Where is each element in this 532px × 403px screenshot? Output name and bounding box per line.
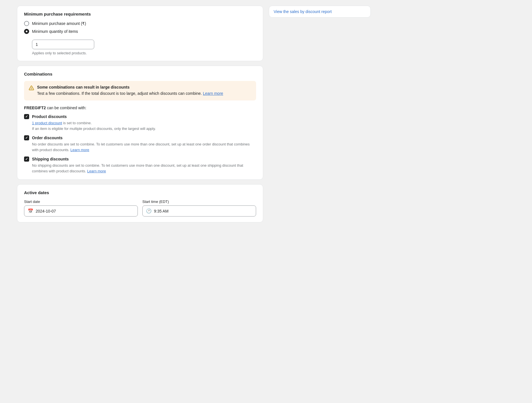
checkbox-product-label: Product discounts [32,114,67,119]
side-column: View the sales by discount report [269,6,371,222]
checkbox-item-product: ✓ Product discounts 1 product discount i… [24,114,256,131]
active-dates-card: Active dates Start date 📅 2024-10-07 Sta… [17,184,263,222]
checkbox-header-order: ✓ Order discounts [24,135,256,140]
checkbox-shipping-label: Shipping discounts [32,157,69,161]
radio-quantity-label: Minimum quantity of items [32,29,78,34]
checkbox-product-description: 1 product discount is set to combine. If… [32,120,256,131]
checkmark-shipping: ✓ [25,157,28,161]
active-dates-title: Active dates [24,190,256,195]
checkbox-product[interactable]: ✓ [24,114,29,119]
combinations-checkbox-group: ✓ Product discounts 1 product discount i… [24,114,256,174]
shipping-discount-text: No shipping discounts are set to combine… [32,163,243,173]
start-date-input-wrapper[interactable]: 📅 2024-10-07 [24,205,138,216]
sales-by-discount-report-link[interactable]: View the sales by discount report [269,6,371,18]
start-time-value: 9:35 AM [154,209,168,213]
radio-amount[interactable] [24,21,29,26]
combinations-card: Combinations ! Some combinations can res… [17,66,263,180]
checkbox-header-shipping: ✓ Shipping discounts [24,157,256,162]
warning-content: Some combinations can result in large di… [37,85,223,97]
product-discount-after-link: is set to combine. [62,121,92,125]
start-time-input-wrapper[interactable]: 🕐 9:35 AM [142,205,256,216]
checkbox-order-description: No order discounts are set to combine. T… [32,142,256,153]
checkbox-header-product: ✓ Product discounts [24,114,256,119]
quantity-helper-text: Applies only to selected products. [32,51,256,55]
start-date-label: Start date [24,200,138,204]
start-date-value: 2024-10-07 [36,209,56,213]
checkbox-item-shipping: ✓ Shipping discounts No shipping discoun… [24,157,256,174]
clock-icon: 🕐 [146,208,152,214]
combinations-warning-banner: ! Some combinations can result in large … [24,81,256,100]
product-discount-link[interactable]: 1 product discount [32,121,62,125]
discount-name: FREEGIFT2 [24,106,46,110]
radio-item-amount[interactable]: Minimum purchase amount (₹) [24,21,256,26]
dates-row: Start date 📅 2024-10-07 Start time (EDT)… [24,200,256,216]
warning-title: Some combinations can result in large di… [37,85,223,89]
quantity-input-wrapper: Applies only to selected products. [32,40,256,55]
checkbox-item-order: ✓ Order discounts No order discounts are… [24,135,256,153]
start-time-label: Start time (EDT) [142,200,256,204]
checkbox-shipping-description: No shipping discounts are set to combine… [32,163,256,174]
order-discount-learn-more[interactable]: Learn more [70,148,89,152]
checkbox-order-label: Order discounts [32,136,63,140]
radio-quantity[interactable] [24,29,29,34]
calendar-icon: 📅 [28,208,33,214]
combinations-title: Combinations [24,72,256,76]
minimum-purchase-radio-group: Minimum purchase amount (₹) Minimum quan… [24,21,256,55]
radio-amount-label: Minimum purchase amount (₹) [32,21,86,26]
order-discount-text: No order discounts are set to combine. T… [32,142,250,152]
radio-item-quantity[interactable]: Minimum quantity of items [24,29,256,34]
warning-icon: ! [29,85,34,91]
checkbox-shipping[interactable]: ✓ [24,157,29,162]
start-time-field: Start time (EDT) 🕐 9:35 AM [142,200,256,216]
combinations-intro-can: can be combined with: [47,106,86,110]
combinations-intro: FREEGIFT2 can be combined with: [24,106,256,110]
minimum-purchase-card: Minimum purchase requirements Minimum pu… [17,6,263,61]
product-discount-second-line: If an item is eligible for multiple prod… [32,127,156,131]
start-date-field: Start date 📅 2024-10-07 [24,200,138,216]
quantity-input[interactable] [32,40,94,49]
warning-learn-more-link[interactable]: Learn more [203,91,223,96]
checkbox-order[interactable]: ✓ [24,135,29,140]
warning-body-text: Test a few combinations. If the total di… [37,91,203,96]
svg-text:!: ! [31,87,32,90]
checkmark-order: ✓ [25,136,28,140]
minimum-purchase-title: Minimum purchase requirements [24,12,256,16]
shipping-discount-learn-more[interactable]: Learn more [87,169,106,173]
warning-body: Test a few combinations. If the total di… [37,91,223,97]
checkmark-product: ✓ [25,115,28,118]
